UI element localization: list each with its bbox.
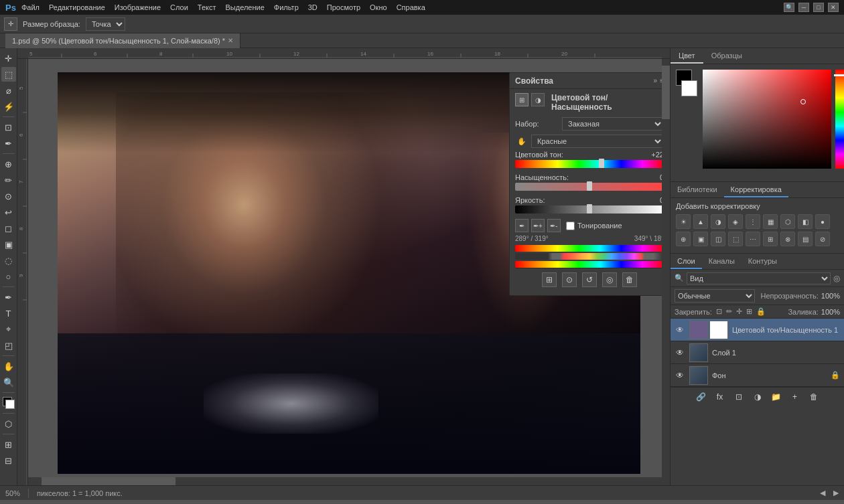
eyedropper-tool-btn[interactable]: ✒ (515, 219, 529, 232)
canvas-container[interactable]: Свойства » ≡ ⊞ ◑ Цветовой тон/Насыщеннос… (28, 59, 670, 485)
lock-brush-btn[interactable]: ✏ (726, 307, 732, 316)
zoom-tool[interactable]: 🔍 (1, 375, 16, 390)
hue-thumb[interactable] (599, 159, 604, 168)
menu-edit[interactable]: Редактирование (49, 3, 105, 11)
posterize-btn[interactable]: ⬚ (728, 232, 743, 246)
solidcolor-btn[interactable]: ⊘ (815, 232, 830, 246)
hscroll-thumb[interactable] (42, 477, 175, 485)
channelmix-btn[interactable]: ⊕ (676, 232, 691, 246)
dodge-tool[interactable]: ○ (1, 269, 16, 284)
vertical-scrollbar[interactable] (662, 59, 670, 485)
crop-tool[interactable]: ⊡ (1, 120, 16, 135)
photofilter-btn[interactable]: ● (815, 214, 830, 229)
brightness-contrast-btn[interactable]: ☀ (676, 214, 691, 229)
eyedropper-tool[interactable]: ✒ (1, 136, 16, 151)
menu-help[interactable]: Справка (397, 3, 425, 11)
add-layer-btn[interactable]: + (788, 390, 802, 404)
selectivecolor-btn[interactable]: ⊗ (780, 232, 795, 246)
tab-swatches[interactable]: Образцы (703, 48, 750, 64)
tab-paths[interactable]: Контуры (742, 254, 784, 269)
menu-layers[interactable]: Слои (170, 3, 188, 11)
layer-item-1[interactable]: 👁 Слой 1 (671, 341, 844, 364)
canvas-tab[interactable]: 1.psd @ 50% (Цветовой тон/Насыщенность 1… (5, 33, 240, 48)
layer-visibility-bg[interactable]: 👁 (675, 370, 685, 381)
text-tool[interactable]: T (1, 306, 16, 321)
huesat-mask-btn[interactable]: ⊞ (515, 93, 529, 106)
horizontal-scrollbar[interactable] (28, 477, 662, 485)
menu-text[interactable]: Текст (198, 3, 216, 11)
light-track[interactable] (515, 205, 664, 214)
lasso-tool[interactable]: ⌀ (1, 83, 16, 98)
menu-select[interactable]: Выделение (226, 3, 265, 11)
invert-btn[interactable]: ◫ (711, 232, 725, 246)
move-tool[interactable]: ✛ (1, 51, 16, 66)
blend-mode-select[interactable]: Обычные (675, 289, 755, 303)
quick-select-tool[interactable]: ⚡ (1, 99, 16, 114)
layer-filter-select[interactable]: Вид (687, 272, 831, 284)
tab-close-button[interactable]: ✕ (228, 37, 233, 44)
toning-checkbox[interactable] (566, 222, 575, 230)
eraser-tool[interactable]: ◻ (1, 221, 16, 236)
lock-all-btn[interactable]: 🔒 (756, 307, 766, 316)
layer-filter-toggle[interactable]: ◎ (833, 274, 840, 283)
selection-tool[interactable]: ⬚ (1, 67, 16, 82)
channel-hand-icon[interactable]: ✋ (515, 135, 529, 148)
screen-mode-tool[interactable]: ⊟ (1, 453, 16, 468)
exposure-btn[interactable]: ◈ (728, 214, 743, 229)
huesat-btn[interactable]: ▦ (763, 214, 778, 229)
add-style-btn[interactable]: fx (713, 390, 727, 404)
colorbalance-btn[interactable]: ⬡ (780, 214, 795, 229)
sample-size-select[interactable]: Точка (86, 17, 125, 31)
path-select-tool[interactable]: ⌖ (1, 322, 16, 337)
nav-prev-btn[interactable]: ◀ (820, 489, 825, 497)
foreground-color[interactable] (1, 396, 16, 410)
properties-expand-button[interactable]: » (654, 77, 658, 84)
hue-strip[interactable] (835, 70, 844, 169)
lock-artboard-btn[interactable]: ⊞ (746, 307, 752, 316)
tab-correction[interactable]: Корректировка (724, 182, 788, 197)
reset-btn[interactable]: ⊙ (562, 272, 577, 287)
levels-btn[interactable]: ▲ (693, 214, 708, 229)
light-thumb[interactable] (587, 204, 592, 214)
tab-channels[interactable]: Каналы (702, 254, 742, 269)
background-color-swatch[interactable] (681, 80, 697, 96)
sat-thumb[interactable] (587, 181, 592, 191)
layer-visibility-1[interactable]: 👁 (675, 347, 685, 358)
menu-file[interactable]: Файл (21, 3, 40, 11)
menu-view[interactable]: Просмотр (327, 3, 360, 11)
lock-position-btn[interactable]: ✛ (736, 307, 742, 316)
huesat-colorize-btn[interactable]: ◑ (531, 93, 545, 106)
pen-tool[interactable]: ✒ (1, 290, 16, 305)
visibility-btn[interactable]: ◎ (602, 272, 617, 287)
minimize-button[interactable]: ─ (798, 3, 809, 12)
threshold-btn[interactable]: ⋯ (746, 232, 760, 246)
bw-btn[interactable]: ◧ (798, 214, 813, 229)
curves-btn[interactable]: ◑ (711, 214, 725, 229)
eyedropper-add-btn[interactable]: ✒+ (531, 219, 545, 232)
history-brush-tool[interactable]: ↩ (1, 205, 16, 220)
sat-track[interactable] (515, 183, 664, 191)
close-button[interactable]: ✕ (828, 3, 839, 12)
channel-select[interactable]: Красные (531, 135, 664, 148)
brush-tool[interactable]: ✏ (1, 173, 16, 187)
menu-image[interactable]: Изображение (115, 3, 161, 11)
gradient-map-btn[interactable]: ⊞ (763, 232, 778, 246)
eyedropper-sub-btn[interactable]: ✒- (547, 219, 561, 232)
preset-select[interactable]: Заказная (562, 117, 664, 131)
nav-next-btn[interactable]: ▶ (833, 489, 839, 497)
layer-visibility-huesat[interactable]: 👁 (675, 325, 685, 335)
gradient-tool[interactable]: ▣ (1, 237, 16, 252)
spot-heal-tool[interactable]: ⊕ (1, 157, 16, 171)
color-spectrum[interactable] (703, 70, 831, 169)
undo-btn[interactable]: ↺ (582, 272, 597, 287)
hand-tool[interactable]: ✋ (1, 359, 16, 373)
link-layers-btn[interactable]: 🔗 (695, 390, 708, 404)
lock-pixels-btn[interactable]: ⊡ (716, 307, 722, 316)
tab-color[interactable]: Цвет (671, 48, 703, 64)
search-icon[interactable]: 🔍 (784, 3, 794, 12)
colorlookup-btn[interactable]: ▣ (693, 232, 708, 246)
menu-filter[interactable]: Фильтр (274, 3, 299, 11)
menu-window[interactable]: Окно (370, 3, 387, 11)
create-mask-btn[interactable]: ⊞ (542, 272, 557, 287)
tab-layers[interactable]: Слои (671, 254, 702, 269)
